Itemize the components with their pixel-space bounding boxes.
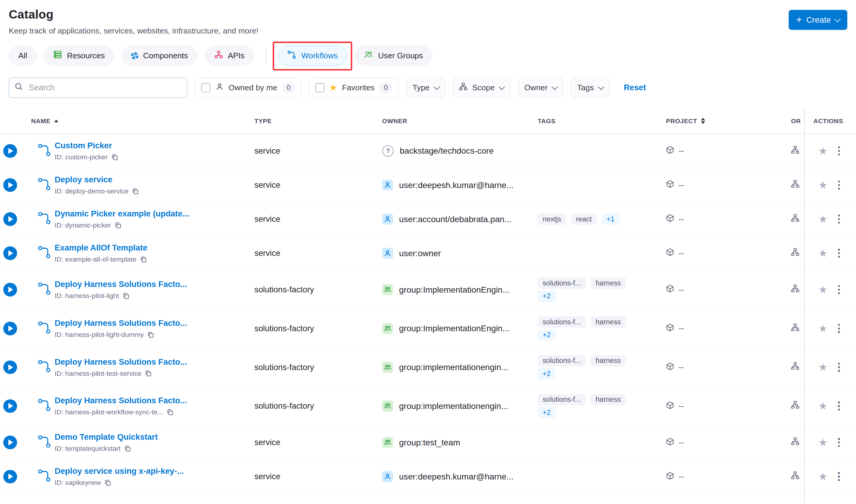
type-dropdown-label: Type xyxy=(412,83,429,92)
owned-by-me-filter[interactable]: Owned by me 0 xyxy=(195,78,301,98)
tab-resources[interactable]: Resources xyxy=(44,46,114,66)
workflow-name-link[interactable]: Dynamic Picker example (update... xyxy=(54,209,243,218)
launch-workflow-button[interactable] xyxy=(3,361,17,374)
copy-icon[interactable] xyxy=(144,370,152,377)
tags-dropdown[interactable]: Tags xyxy=(571,78,610,98)
column-header-tags[interactable]: TAGS xyxy=(538,118,666,125)
favorite-star-button[interactable]: ★ xyxy=(818,437,827,448)
copy-icon[interactable] xyxy=(132,188,139,195)
tab-all[interactable]: All xyxy=(9,46,36,66)
org-hierarchy-icon xyxy=(791,362,799,372)
tab-components[interactable]: Components xyxy=(121,46,198,66)
launch-workflow-button[interactable] xyxy=(3,246,17,260)
tab-apis[interactable]: APIs xyxy=(205,46,254,66)
launch-workflow-button[interactable] xyxy=(3,144,17,158)
favorite-star-button[interactable]: ★ xyxy=(818,248,827,258)
reset-filters-button[interactable]: Reset xyxy=(624,83,646,92)
copy-icon[interactable] xyxy=(147,331,154,338)
favorite-star-button[interactable]: ★ xyxy=(818,362,827,373)
group-owner-icon xyxy=(382,362,393,373)
owner-header-label: OWNER xyxy=(382,118,407,125)
tags-cell: solutions-f...harness+2 xyxy=(538,309,666,348)
workflow-name-link[interactable]: Deploy Harness Solutions Facto... xyxy=(54,396,243,406)
copy-icon[interactable] xyxy=(111,154,118,161)
page-title: Catalog xyxy=(9,8,847,21)
row-menu-button[interactable] xyxy=(837,437,841,448)
workflow-name-link[interactable]: Deploy Harness Solutions Facto... xyxy=(54,318,243,328)
workflow-icon xyxy=(37,359,51,375)
launch-workflow-button[interactable] xyxy=(3,399,17,413)
launch-workflow-button[interactable] xyxy=(3,435,17,449)
launch-workflow-button[interactable] xyxy=(3,212,17,226)
favorite-star-button[interactable]: ★ xyxy=(818,214,827,224)
favorites-star-icon: ★ xyxy=(329,84,337,92)
type-value: service xyxy=(254,248,382,258)
tags-cell: solutions-f...harness+2 xyxy=(538,387,666,426)
tag-chip: +2 xyxy=(538,368,556,379)
row-menu-button[interactable] xyxy=(837,213,841,224)
row-menu-button[interactable] xyxy=(837,362,841,373)
user-owner-icon xyxy=(382,248,393,258)
tab-group-divider xyxy=(266,49,266,63)
project-scope-icon xyxy=(666,214,674,224)
favorite-star-button[interactable]: ★ xyxy=(818,471,827,482)
tags-cell xyxy=(538,146,666,156)
search-input[interactable] xyxy=(28,82,182,93)
copy-icon[interactable] xyxy=(167,409,174,416)
owned-by-me-count: 0 xyxy=(282,83,295,93)
column-header-org[interactable]: OR xyxy=(791,118,804,125)
workflow-name-link[interactable]: Custom Picker xyxy=(54,141,243,150)
favorite-star-button[interactable]: ★ xyxy=(818,146,827,156)
row-menu-button[interactable] xyxy=(837,471,841,482)
owner-dropdown[interactable]: Owner xyxy=(518,78,563,98)
type-value: solutions-factory xyxy=(254,363,382,372)
type-dropdown[interactable]: Type xyxy=(406,78,445,98)
copy-icon[interactable] xyxy=(104,479,112,486)
column-header-owner[interactable]: OWNER xyxy=(382,118,538,125)
create-button[interactable]: + Create xyxy=(789,10,847,30)
copy-icon[interactable] xyxy=(114,222,121,229)
launch-workflow-button[interactable] xyxy=(3,178,17,192)
favorites-checkbox[interactable] xyxy=(315,83,324,92)
workflow-name-link[interactable]: Deploy service xyxy=(54,175,243,184)
favorite-star-button[interactable]: ★ xyxy=(818,285,827,295)
favorite-star-button[interactable]: ★ xyxy=(818,180,827,191)
tab-workflows[interactable]: Workflows xyxy=(277,46,347,66)
tab-user-groups[interactable]: User Groups xyxy=(354,46,432,66)
copy-icon[interactable] xyxy=(122,292,130,300)
workflow-icon xyxy=(37,211,51,227)
workflow-name-link[interactable]: Deploy Harness Solutions Facto... xyxy=(54,280,243,289)
tag-chip: +1 xyxy=(602,213,619,225)
launch-workflow-button[interactable] xyxy=(3,283,17,296)
workflow-name-link[interactable]: Demo Template Quickstart xyxy=(54,432,243,442)
favorite-star-button[interactable]: ★ xyxy=(818,323,827,334)
favorites-filter[interactable]: ★ Favorites 0 xyxy=(309,78,399,98)
row-menu-button[interactable] xyxy=(837,284,841,295)
org-hierarchy-icon xyxy=(791,285,799,295)
row-menu-button[interactable] xyxy=(837,323,841,334)
column-header-name[interactable]: NAME xyxy=(0,118,254,125)
row-menu-button[interactable] xyxy=(837,248,841,258)
workflow-id: ID: deploy-demo-service xyxy=(54,187,129,195)
org-hierarchy-icon xyxy=(791,401,799,411)
row-menu-button[interactable] xyxy=(837,145,841,156)
favorite-star-button[interactable]: ★ xyxy=(818,401,827,411)
launch-workflow-button[interactable] xyxy=(3,322,17,336)
tag-chip: harness xyxy=(591,394,626,406)
workflow-name-link[interactable]: Deploy service using x-api-key-... xyxy=(54,466,243,476)
copy-icon[interactable] xyxy=(124,445,131,452)
launch-workflow-button[interactable] xyxy=(3,470,17,484)
owned-by-me-checkbox[interactable] xyxy=(201,83,210,92)
workflow-name-link[interactable]: Example AllOf Template xyxy=(54,243,243,253)
workflow-name-link[interactable]: Deploy Harness Solutions Facto... xyxy=(54,357,243,367)
type-value: service xyxy=(254,214,382,224)
scope-dropdown[interactable]: Scope xyxy=(453,78,510,98)
tag-chip: +2 xyxy=(538,407,556,418)
row-menu-button[interactable] xyxy=(837,179,841,191)
column-header-type[interactable]: TYPE xyxy=(254,118,382,125)
column-header-project[interactable]: PROJECT xyxy=(666,118,791,125)
copy-icon[interactable] xyxy=(140,256,147,263)
play-icon xyxy=(8,326,13,331)
row-menu-button[interactable] xyxy=(837,400,841,412)
name-header-label: NAME xyxy=(31,118,51,125)
